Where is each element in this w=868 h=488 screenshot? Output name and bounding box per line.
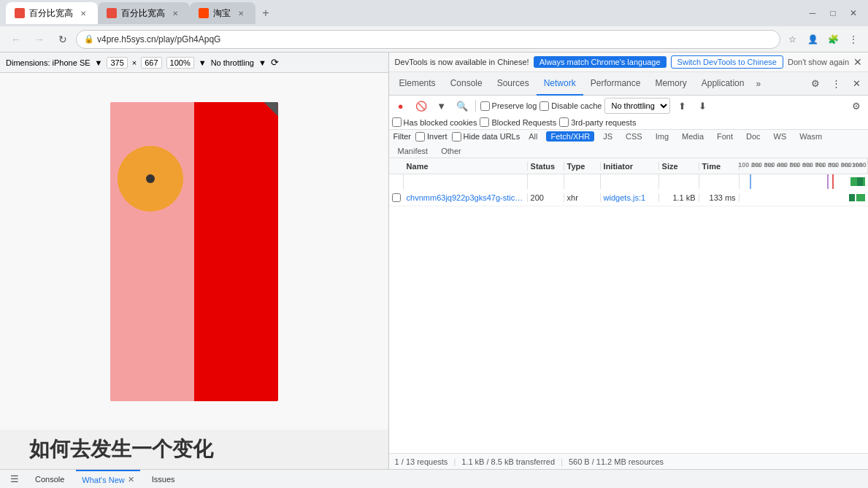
header-name[interactable]: Name (404, 162, 528, 171)
invert-label[interactable]: Invert (415, 132, 448, 142)
match-language-button[interactable]: Always match Chrome's language (534, 56, 667, 68)
maximize-button[interactable]: □ (824, 4, 842, 22)
header-size[interactable]: Size (659, 162, 699, 171)
third-party-label[interactable]: 3rd-party requests (559, 117, 636, 127)
filter-ws[interactable]: WS (769, 131, 791, 142)
filter-fetchxhr[interactable]: Fetch/XHR (546, 131, 594, 142)
filter-other[interactable]: Other (437, 146, 466, 156)
devtools-settings-icon[interactable]: ⚙ (807, 75, 824, 93)
tab-2[interactable]: 百分比宽高 ✕ (98, 2, 190, 24)
notification-close[interactable]: ✕ (853, 56, 862, 68)
reload-button[interactable]: ↻ (53, 29, 73, 50)
disable-cache-checkbox[interactable] (539, 101, 549, 111)
invert-checkbox[interactable] (415, 132, 425, 142)
has-blocked-cookies-label[interactable]: Has blocked cookies (392, 117, 477, 127)
row-size: 1.1 kB (659, 193, 699, 202)
filter-all[interactable]: All (524, 131, 542, 142)
network-rows-area[interactable]: chvnmm63jq922p3gks47g-sticky71686... 200… (389, 189, 868, 453)
row-initiator[interactable]: widgets.js:1 (601, 193, 659, 202)
preserve-log-label[interactable]: Preserve log (480, 101, 537, 111)
whats-new-close-icon[interactable]: ✕ (128, 475, 134, 484)
header-initiator[interactable]: Initiator (601, 162, 659, 171)
filter-js[interactable]: JS (599, 131, 617, 142)
filter-toggle-button[interactable]: ▼ (433, 97, 450, 115)
tab-2-close[interactable]: ✕ (169, 7, 181, 19)
download-icon[interactable]: ⬇ (694, 97, 711, 115)
filter-css[interactable]: CSS (621, 131, 647, 142)
header-time[interactable]: Time (699, 162, 740, 171)
tab-1[interactable]: 百分比宽高 ✕ (6, 2, 98, 24)
row-name[interactable]: chvnmm63jq922p3gks47g-sticky71686... (404, 193, 528, 202)
tab-elements[interactable]: Elements (392, 72, 443, 96)
filter-media[interactable]: Media (677, 131, 708, 142)
throttle-select[interactable]: No throttling (604, 98, 670, 114)
network-toolbar-row1: ● 🚫 ▼ 🔍 Preserve log Disable cache No th… (389, 96, 868, 116)
tab-3-close[interactable]: ✕ (235, 7, 247, 19)
dont-show-button[interactable]: Don't show again (788, 58, 849, 66)
header-status[interactable]: Status (528, 162, 564, 171)
bottom-tab-console[interactable]: Console (29, 470, 70, 489)
record-button[interactable]: ● (392, 97, 410, 115)
table-row[interactable]: chvnmm63jq922p3gks47g-sticky71686... 200… (389, 189, 868, 206)
rotate-icon[interactable]: ⟳ (271, 57, 279, 68)
zoom-value[interactable]: 100% (166, 57, 194, 69)
network-table-header: Name Status Type Initiator Size Time 100… (389, 158, 868, 174)
tab-sources[interactable]: Sources (490, 72, 537, 96)
new-tab-button[interactable]: + (256, 3, 276, 23)
disable-cache-label[interactable]: Disable cache (539, 101, 602, 111)
row-type: xhr (564, 193, 601, 202)
tab-memory[interactable]: Memory (648, 72, 694, 96)
third-party-checkbox[interactable] (559, 117, 569, 127)
tab-network[interactable]: Network (537, 72, 583, 96)
bookmarks-icon[interactable]: ☆ (783, 31, 801, 48)
filter-manifest[interactable]: Manifest (393, 146, 433, 156)
back-button[interactable]: ← (6, 29, 26, 50)
header-type[interactable]: Type (564, 162, 601, 171)
url-bar[interactable]: 🔒 v4pre.h5sys.cn/play/pGh4ApqG (76, 30, 780, 49)
filter-wasm[interactable]: Wasm (795, 131, 826, 142)
blocked-requests-label[interactable]: Blocked Requests (480, 117, 556, 127)
dimensions-dropdown-icon[interactable]: ▼ (95, 58, 103, 67)
hide-data-urls-label[interactable]: Hide data URLs (452, 132, 521, 142)
devtools-more-icon[interactable]: ⋮ (827, 75, 845, 93)
network-settings-icon[interactable]: ⚙ (848, 97, 865, 115)
device-toolbar: Dimensions: iPhone SE ▼ 375 × 667 100% ▼… (0, 53, 388, 73)
tab-console[interactable]: Console (443, 72, 490, 96)
bottom-tab-whats-new[interactable]: What's New ✕ (76, 470, 139, 489)
tab-application[interactable]: Application (694, 72, 752, 96)
filter-doc[interactable]: Doc (742, 131, 765, 142)
switch-chinese-button[interactable]: Switch DevTools to Chinese (671, 55, 783, 69)
blocked-requests-checkbox[interactable] (480, 117, 489, 127)
menu-icon[interactable]: ⋮ (845, 31, 862, 48)
hide-data-urls-checkbox[interactable] (452, 132, 461, 142)
has-blocked-cookies-checkbox[interactable] (392, 117, 402, 127)
preserve-log-checkbox[interactable] (480, 101, 490, 111)
more-tabs-button[interactable]: » (751, 72, 765, 96)
upload-icon[interactable]: ⬆ (673, 97, 691, 115)
header-waterfall[interactable]: 100 ms 200 ms 300 ms 400 ms 500 ms 600 m… (740, 158, 868, 174)
filter-font[interactable]: Font (713, 131, 737, 142)
bottom-tab-issues[interactable]: Issues (146, 470, 181, 489)
tab-3[interactable]: 淘宝 ✕ (190, 2, 256, 24)
zoom-dropdown-icon[interactable]: ▼ (199, 58, 207, 67)
height-value[interactable]: 667 (141, 57, 161, 69)
extensions-icon[interactable]: 🧩 (824, 31, 842, 48)
width-value[interactable]: 375 (107, 57, 127, 69)
network-toolbar-row2: Has blocked cookies Blocked Requests 3rd… (389, 116, 868, 130)
close-window-button[interactable]: ✕ (845, 4, 862, 22)
profile-icon[interactable]: 👤 (804, 31, 821, 48)
devtools-close-icon[interactable]: ✕ (848, 75, 865, 93)
no-throttling-label[interactable]: No throttling (211, 58, 254, 67)
lock-icon: 🔒 (84, 34, 94, 44)
forward-button[interactable]: → (29, 29, 50, 50)
minimize-button[interactable]: ─ (804, 4, 821, 22)
tab-performance[interactable]: Performance (583, 72, 648, 96)
console-toggle-icon[interactable]: ☰ (6, 470, 23, 488)
throttle-dropdown-icon[interactable]: ▼ (258, 58, 266, 67)
filter-img[interactable]: Img (651, 131, 673, 142)
row-checkbox[interactable] (392, 193, 401, 202)
clear-button[interactable]: 🚫 (412, 97, 430, 115)
tab-1-close[interactable]: ✕ (77, 7, 89, 19)
search-button[interactable]: 🔍 (453, 97, 471, 115)
tab-3-label: 淘宝 (213, 7, 231, 20)
